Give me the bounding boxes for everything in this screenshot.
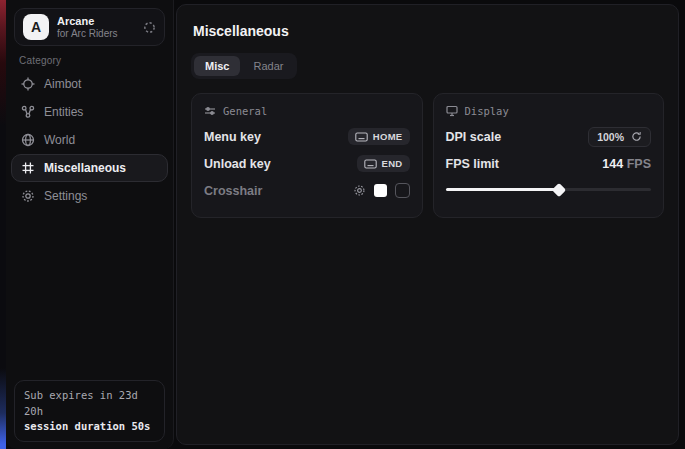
fps-limit-unit: FPS <box>627 157 651 171</box>
keyboard-icon <box>355 132 368 142</box>
spinner-icon[interactable] <box>143 21 156 34</box>
profile-card[interactable]: A Arcane for Arc Riders <box>14 8 165 46</box>
sidebar-item-label: Aimbot <box>44 77 81 91</box>
session-duration-text: session duration 50s <box>24 419 155 434</box>
app-name: Arcane <box>57 15 135 28</box>
sidebar-item-world[interactable]: World <box>11 126 168 154</box>
general-card: General Menu key HOME Unload key <box>191 93 423 218</box>
crosshair-settings-icon[interactable] <box>353 184 366 197</box>
fps-limit-row: FPS limit 144 FPS <box>446 150 652 177</box>
dpi-scale-label: DPI scale <box>446 130 502 144</box>
sidebar-item-entities[interactable]: Entities <box>11 98 168 126</box>
keyboard-icon <box>364 159 377 169</box>
dpi-scale-row: DPI scale 100% <box>446 123 652 150</box>
tab-radar[interactable]: Radar <box>242 56 294 76</box>
fps-limit-value: 144 <box>602 157 623 171</box>
sidebar-nav: Aimbot Entities World M <box>11 70 168 210</box>
crosshair-checkbox[interactable] <box>395 183 410 198</box>
card-title: General <box>223 105 267 117</box>
crosshair-color-swatch[interactable] <box>374 184 387 197</box>
fps-slider-thumb[interactable] <box>551 182 565 196</box>
unload-key-row: Unload key END <box>204 150 410 177</box>
dpi-scale-control[interactable]: 100% <box>588 127 651 147</box>
entities-icon <box>21 105 35 119</box>
subscription-box: Sub expires in 23d 20h session duration … <box>14 380 165 442</box>
crosshair-label: Crosshair <box>204 184 262 198</box>
tab-bar: Misc Radar <box>191 53 297 79</box>
sidebar-item-label: World <box>44 133 75 147</box>
sidebar-item-settings[interactable]: Settings <box>11 182 168 210</box>
crosshair-icon <box>21 77 35 91</box>
avatar: A <box>23 14 49 40</box>
globe-icon <box>21 133 35 147</box>
menu-key-row: Menu key HOME <box>204 123 410 150</box>
fps-limit-slider[interactable] <box>446 183 652 195</box>
dpi-scale-value: 100% <box>597 131 624 143</box>
display-card: Display DPI scale 100% FPS limit 144 <box>433 93 665 218</box>
fps-limit-label: FPS limit <box>446 157 499 171</box>
sidebar-item-label: Entities <box>44 105 83 119</box>
main-panel: Miscellaneous Misc Radar General Menu ke… <box>176 4 679 445</box>
monitor-icon <box>446 105 458 117</box>
menu-key-bind-button[interactable]: HOME <box>348 128 410 145</box>
card-title: Display <box>465 105 509 117</box>
sidebar-item-label: Miscellaneous <box>44 161 126 175</box>
category-label: Category <box>19 55 61 66</box>
sidebar-item-label: Settings <box>44 189 87 203</box>
unload-key-bind-button[interactable]: END <box>357 155 410 172</box>
menu-key-label: Menu key <box>204 130 261 144</box>
sidebar: A Arcane for Arc Riders Category Aimbot <box>6 0 174 449</box>
refresh-icon[interactable] <box>631 131 642 142</box>
sidebar-item-aimbot[interactable]: Aimbot <box>11 70 168 98</box>
unload-key-label: Unload key <box>204 157 271 171</box>
gear-icon <box>21 189 35 203</box>
sidebar-item-miscellaneous[interactable]: Miscellaneous <box>11 154 168 182</box>
sub-expiry-text: Sub expires in 23d 20h <box>24 388 155 418</box>
grid-icon <box>21 161 35 175</box>
fps-slider-fill <box>446 188 559 191</box>
page-title: Miscellaneous <box>193 23 664 39</box>
crosshair-row: Crosshair <box>204 177 410 204</box>
tab-misc[interactable]: Misc <box>194 56 240 76</box>
app-subtitle: for Arc Riders <box>57 28 135 40</box>
sliders-icon <box>204 105 216 117</box>
